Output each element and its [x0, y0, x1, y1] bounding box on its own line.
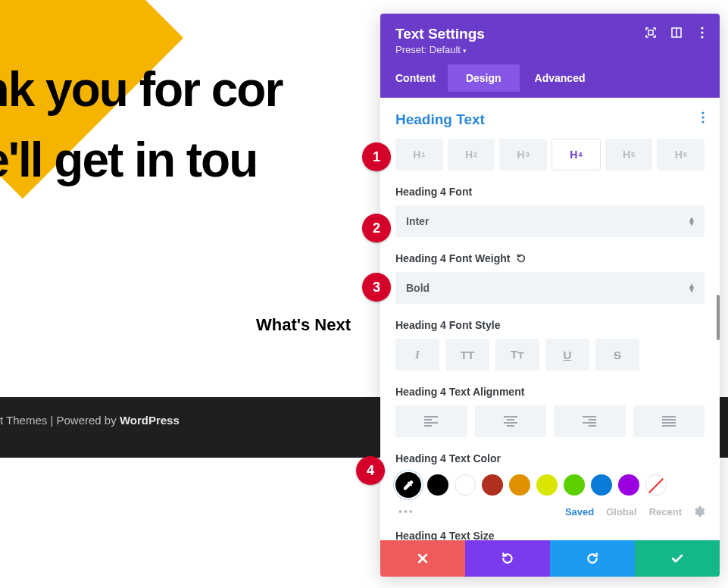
footer-sep: | Powered by [47, 414, 120, 427]
h4-tab[interactable]: H4 [551, 139, 601, 170]
svg-point-5 [701, 36, 703, 38]
expand-icon[interactable] [644, 26, 658, 39]
align-label: Heading 4 Text Alignment [395, 386, 705, 398]
swatch-purple[interactable] [618, 474, 639, 496]
font-value: Inter [406, 215, 429, 227]
swatch-green[interactable] [564, 474, 585, 496]
panel-body: Heading Text H1 H2 H3 H4 H5 H6 Heading 4… [380, 98, 720, 540]
swatch-none[interactable] [645, 474, 667, 496]
swatch-black[interactable] [427, 474, 448, 496]
svg-rect-0 [648, 30, 653, 35]
select-arrows-icon: ▲▼ [688, 217, 695, 226]
h5-tab[interactable]: H5 [605, 139, 653, 170]
eyedropper-button[interactable] [395, 472, 421, 498]
scrollbar[interactable] [717, 295, 720, 340]
more-colors-button[interactable]: ••• [395, 504, 417, 519]
align-left-button[interactable] [395, 405, 467, 437]
svg-point-8 [701, 120, 704, 123]
swatch-white[interactable] [455, 474, 476, 496]
smallcaps-button[interactable]: Tᴛ [495, 339, 539, 371]
settings-tabs: Content Design Advanced [395, 64, 705, 92]
weight-label: Heading 4 Font Weight [395, 252, 705, 264]
gear-icon[interactable] [694, 506, 705, 517]
panel-header[interactable]: Text Settings Preset: Default Content De… [380, 14, 720, 98]
tab-advanced[interactable]: Advanced [535, 64, 586, 92]
page-heading: ank you for cor Ve'll get in tou [0, 55, 282, 195]
preset-dropdown[interactable]: Preset: Default [395, 44, 705, 55]
align-center-button[interactable] [475, 405, 547, 437]
svg-point-4 [701, 31, 703, 33]
redo-button[interactable] [550, 540, 635, 577]
columns-icon[interactable] [670, 26, 683, 39]
annotation-1: 1 [362, 142, 391, 171]
undo-button[interactable] [465, 540, 550, 577]
italic-button[interactable]: I [395, 339, 439, 371]
annotation-2: 2 [362, 214, 391, 242]
weight-value: Bold [406, 282, 430, 294]
font-style-buttons: I TT Tᴛ U S [395, 339, 705, 371]
select-arrows-icon: ▲▼ [688, 283, 695, 292]
section-heading-text[interactable]: Heading Text [395, 111, 705, 128]
heading-level-tabs: H1 H2 H3 H4 H5 H6 [395, 139, 705, 170]
align-right-button[interactable] [554, 405, 626, 437]
h1-tab[interactable]: H1 [395, 139, 443, 170]
cancel-button[interactable] [380, 540, 465, 577]
save-button[interactable] [635, 540, 720, 577]
panel-footer [380, 540, 720, 577]
weight-select[interactable]: Bold ▲▼ [395, 272, 705, 304]
svg-point-3 [701, 27, 703, 29]
reset-icon[interactable] [516, 253, 526, 264]
style-label: Heading 4 Font Style [395, 319, 705, 331]
font-select[interactable]: Inter ▲▼ [395, 205, 705, 237]
color-swatches [395, 472, 705, 498]
global-colors-tab[interactable]: Global [606, 506, 636, 518]
annotation-3: 3 [362, 273, 391, 302]
align-justify-button[interactable] [633, 405, 705, 437]
swatch-blue[interactable] [591, 474, 612, 496]
h2-tab[interactable]: H2 [448, 139, 495, 170]
footer-theme-text: t Themes [0, 414, 47, 427]
swatch-red[interactable] [482, 474, 503, 496]
strikethrough-button[interactable]: S [595, 339, 639, 371]
tab-design[interactable]: Design [448, 64, 520, 92]
heading-line-1: ank you for cor [0, 55, 282, 125]
underline-button[interactable]: U [545, 339, 589, 371]
svg-point-7 [701, 116, 704, 118]
annotation-4: 4 [356, 456, 385, 485]
footer-wordpress: WordPress [120, 414, 180, 427]
text-settings-panel: Text Settings Preset: Default Content De… [380, 14, 720, 577]
svg-point-6 [701, 111, 704, 114]
h3-tab[interactable]: H3 [499, 139, 547, 170]
more-icon[interactable] [695, 26, 709, 39]
swatch-orange[interactable] [509, 474, 530, 496]
swatch-yellow[interactable] [536, 474, 558, 496]
h6-tab[interactable]: H6 [657, 139, 705, 170]
saved-colors-tab[interactable]: Saved [565, 506, 594, 518]
whats-next-heading: What's Next [256, 315, 351, 335]
size-label: Heading 4 Text Size [395, 530, 705, 540]
uppercase-button[interactable]: TT [445, 339, 489, 371]
heading-line-2: Ve'll get in tou [0, 125, 282, 195]
font-label: Heading 4 Font [395, 186, 705, 198]
alignment-buttons [395, 405, 705, 437]
tab-content[interactable]: Content [395, 64, 436, 92]
recent-colors-tab[interactable]: Recent [649, 506, 682, 518]
section-more-icon[interactable] [701, 111, 705, 124]
color-label: Heading 4 Text Color [395, 452, 705, 464]
